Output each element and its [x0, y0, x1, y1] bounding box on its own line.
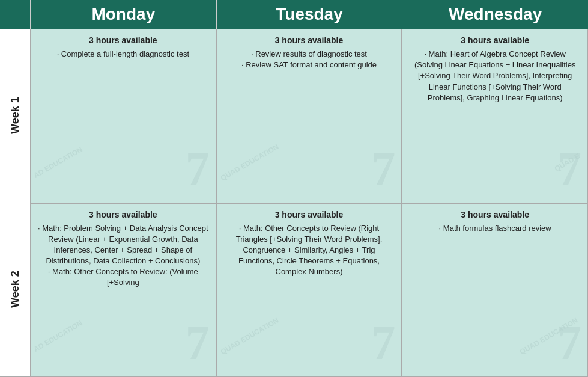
- num-watermark-2: 7: [371, 142, 395, 197]
- week1-wednesday-hours: 3 hours available: [410, 35, 580, 45]
- week1-wednesday-cell: 3 hours available · Math: Heart of Algeb…: [402, 29, 588, 203]
- watermark-1: AD EDUCATION: [32, 145, 84, 180]
- week-labels: Week 1 Week 2: [0, 29, 30, 377]
- num-watermark-3: 7: [557, 142, 581, 197]
- week1-monday-cell: 3 hours available · Complete a full-leng…: [30, 29, 216, 203]
- week2-wednesday-hours: 3 hours available: [410, 210, 580, 219]
- header-empty: [0, 0, 30, 29]
- week1-monday-content: · Complete a full-length diagnostic test: [38, 49, 208, 60]
- week2-tuesday-cell: 3 hours available · Math: Other Concepts…: [216, 203, 402, 378]
- watermark-5: QUAD EDUCATION: [219, 316, 279, 357]
- watermark-4: AD EDUCATION: [32, 319, 84, 354]
- week1-tuesday-hours: 3 hours available: [224, 35, 395, 45]
- num-watermark-6: 7: [557, 316, 581, 370]
- num-watermark-1: 7: [186, 142, 210, 197]
- week1-monday-hours: 3 hours available: [38, 35, 208, 45]
- header-wednesday: Wednesday: [402, 0, 588, 29]
- week2-tuesday-hours: 3 hours available: [224, 210, 395, 219]
- week2-tuesday-content: · Math: Other Concepts to Review (Right …: [224, 223, 395, 278]
- watermark-3: QUAD E: [553, 152, 581, 173]
- week2-monday-cell: 3 hours available · Math: Problem Solvin…: [30, 203, 216, 378]
- week2-wednesday-cell: 3 hours available · Math formulas flashc…: [402, 203, 588, 378]
- week1-tuesday-cell: 3 hours available · Review results of di…: [216, 29, 402, 203]
- num-watermark-5: 7: [371, 316, 395, 370]
- week1-tuesday-content: · Review results of diagnostic test· Rev…: [224, 49, 395, 70]
- week2-monday-hours: 3 hours available: [38, 210, 208, 219]
- content-area: Week 1 Week 2 3 hours available · Comple…: [0, 29, 588, 377]
- header-monday: Monday: [30, 0, 216, 29]
- week2-monday-content: · Math: Problem Solving + Data Analysis …: [38, 223, 208, 289]
- header-tuesday: Tuesday: [216, 0, 402, 29]
- week1-wednesday-content: · Math: Heart of Algebra Concept Review …: [410, 49, 580, 103]
- watermark-2: QUAD EDUCATION: [219, 142, 279, 182]
- week2-label: Week 2: [0, 203, 30, 377]
- schedule-table: Monday Tuesday Wednesday Week 1 Week 2 3…: [0, 0, 588, 377]
- week2-wednesday-content: · Math formulas flashcard review: [410, 223, 580, 234]
- watermark-6: QUAD EDUCATION: [518, 316, 579, 357]
- header-row: Monday Tuesday Wednesday: [0, 0, 588, 29]
- week1-label: Week 1: [0, 29, 30, 203]
- num-watermark-4: 7: [186, 316, 210, 370]
- main-grid: 3 hours available · Complete a full-leng…: [30, 29, 588, 377]
